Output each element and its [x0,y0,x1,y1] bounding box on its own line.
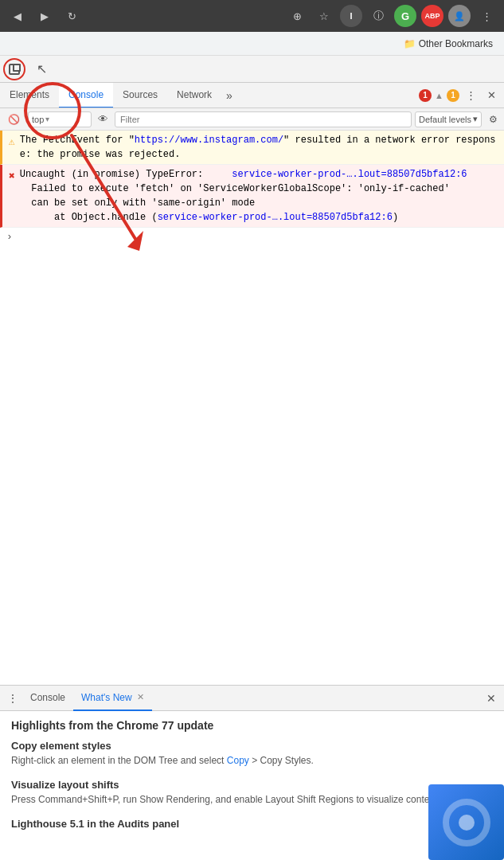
add-tab-btn[interactable]: ⊕ [286,5,308,27]
extension-icon-g[interactable]: G [394,5,416,27]
tab-elements-label: Elements [10,89,49,100]
console-toolbar: 🚫 top ▾ 👁 Default levels ▾ ⚙ [0,108,504,131]
other-bookmarks-item[interactable]: 📁 Other Bookmarks [399,37,498,51]
whats-new-item-title-layout: Visualize layout shifts [11,779,493,791]
console-level-dropdown[interactable]: Default levels ▾ [415,111,482,127]
bottom-tab-console[interactable]: Console [22,686,73,711]
whats-new-title: Highlights from the Chrome 77 update [11,719,493,732]
bookmark-btn[interactable]: ☆ [313,5,335,27]
console-prompt-row: › [0,228,504,246]
console-level-label: Default levels [419,115,471,124]
tab-elements[interactable]: Elements [0,83,59,108]
console-filter-input[interactable] [120,115,406,124]
service-worker-link-1[interactable]: service-worker-prod-….lout=88507d5bfa12:… [232,169,467,180]
service-worker-link-2[interactable]: service-worker-prod-….lout=88507d5bfa12:… [158,212,393,223]
warn-count: 1 [447,89,459,102]
tab-console-label: Console [68,89,104,100]
warn-badge: 1 [447,89,459,102]
whats-new-item-copy-styles: Copy element styles Right-click an eleme… [11,740,493,768]
whats-new-item-layout-shifts: Visualize layout shifts Press Command+Sh… [11,779,493,807]
bottom-drawer-panel: ⋮ Console What's New ✕ ✕ Highlights from… [0,685,504,860]
whats-new-item-title-lighthouse: Lighthouse 5.1 in the Audits panel [11,818,493,830]
console-group-label: top [32,115,44,124]
other-bookmarks-label: Other Bookmarks [419,38,493,49]
console-warning-text: The FetchEvent for "https://www.instagra… [20,133,498,162]
console-clear-btn[interactable]: 🚫 [3,112,25,127]
devtools-panel: ↖ Elements Console Sources Network » 1 ▲… [0,56,504,860]
console-settings-btn[interactable]: ⚙ [485,111,501,127]
devtools-close-btn[interactable]: ✕ [482,86,501,105]
folder-icon: 📁 [404,38,416,49]
tab-sources-label: Sources [123,89,158,100]
console-group-dropdown[interactable]: top ▾ [28,111,92,127]
tabs-more-btn[interactable]: » [221,89,237,102]
extension-icon-info[interactable]: ⓘ [367,5,389,27]
whats-new-item-lighthouse: Lighthouse 5.1 in the Audits panel [11,818,493,830]
bottom-panel-menu-btn[interactable]: ⋮ [3,689,22,708]
whats-new-close-x[interactable]: ✕ [137,692,144,702]
badge-separator: ▲ [435,91,443,100]
eye-icon: 👁 [98,113,108,125]
chrome-logo-center [459,815,475,831]
console-level-arrow: ▾ [473,114,478,124]
inspect-element-btn[interactable]: ↖ [30,58,53,80]
tab-network[interactable]: Network [167,83,221,108]
bottom-whats-new-label: What's New [81,692,132,703]
warning-icon: ⚠ [9,135,15,150]
extension-icon-i[interactable]: I [340,5,362,27]
error-icon: ✖ [9,169,15,185]
chrome-menu-btn[interactable]: ⋮ [475,5,498,27]
bottom-tab-whats-new[interactable]: What's New ✕ [73,686,152,711]
error-line3-suffix: ) [393,212,398,223]
error-line1: Failed to execute 'fetch' on 'ServiceWor… [20,183,450,194]
profile-avatar[interactable]: 👤 [448,5,471,27]
error-count: 1 [419,89,432,102]
bottom-panel-tabs: ⋮ Console What's New ✕ ✕ [0,686,504,711]
console-prompt-symbol: › [6,231,13,243]
devtools-tab-actions: 1 ▲ 1 ⋮ ✕ [419,86,504,105]
devtools-more-btn[interactable]: ⋮ [461,86,480,105]
error-line2: can be set only with 'same-origin' mode [20,197,255,209]
chrome-logo-ring [443,799,490,846]
tab-console[interactable]: Console [59,83,113,108]
reload-btn[interactable]: ↻ [61,5,83,27]
copy-desc-before: Right-click an element in the DOM Tree a… [11,755,227,766]
bottom-panel-close-btn[interactable]: ✕ [482,689,501,708]
devtools-tabs: Elements Console Sources Network » 1 ▲ 1… [0,83,504,108]
extension-icon-abp[interactable]: ABP [421,5,443,27]
console-error-text: Uncaught (in promise) TypeError: service… [20,167,498,225]
error-badge: 1 [419,89,432,102]
nav-back-btn[interactable]: ◀ [6,5,29,27]
error-prefix: Uncaught (in promise) TypeError: [20,169,226,180]
console-group-arrow: ▾ [45,115,49,123]
tab-network-label: Network [177,89,212,100]
devtools-top-toolbar: ↖ [0,56,504,83]
chrome-logo-image [428,784,504,860]
nav-forward-btn[interactable]: ▶ [33,5,56,27]
whats-new-item-desc-layout: Press Command+Shift+P, run Show Renderin… [11,793,493,807]
whats-new-content: Highlights from the Chrome 77 update Cop… [0,711,504,860]
console-entry-warning: ⚠ The FetchEvent for "https://www.instag… [0,131,504,165]
console-content: ⚠ The FetchEvent for "https://www.instag… [0,131,504,685]
whats-new-item-desc-copy: Right-click an element in the DOM Tree a… [11,754,493,768]
browser-top-bar: ◀ ▶ ↻ ⊕ ☆ I ⓘ G ABP 👤 ⋮ [0,0,504,32]
error-line3-prefix: at Object.handle ( [20,212,158,223]
instagram-link[interactable]: https://www.instagram.com/ [135,135,283,146]
console-entry-error: ✖ Uncaught (in promise) TypeError: servi… [0,165,504,228]
console-filter-container [115,111,412,127]
copy-styles-link[interactable]: Copy [227,755,249,766]
bottom-console-label: Console [30,692,65,703]
console-eye-btn[interactable]: 👁 [95,113,111,125]
bookmarks-bar: 📁 Other Bookmarks [0,32,504,56]
drawer-toggle-btn[interactable] [3,58,25,80]
copy-desc-after: > Copy Styles. [252,755,314,766]
tab-sources[interactable]: Sources [113,83,167,108]
whats-new-item-title-copy: Copy element styles [11,740,493,752]
drawer-icon [9,64,20,75]
